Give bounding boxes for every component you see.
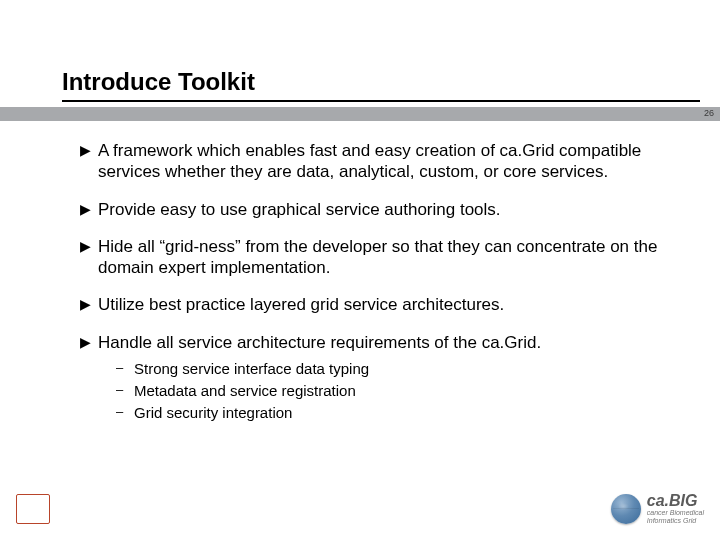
dash-bullet-icon: – <box>116 381 134 399</box>
footer-right: ca.BIG cancer Biomedical Informatics Gri… <box>611 493 704 524</box>
title-underline <box>62 100 700 102</box>
footer: ca.BIG cancer Biomedical Informatics Gri… <box>16 488 704 530</box>
triangle-bullet-icon: ▶ <box>80 236 98 256</box>
bullet-text: Hide all “grid-ness” from the developer … <box>98 236 680 279</box>
sub-bullet-item: – Grid security integration <box>116 403 680 423</box>
content-area: ▶ A framework which enables fast and eas… <box>80 140 680 426</box>
bullet-text: Utilize best practice layered grid servi… <box>98 294 680 315</box>
page-number: 26 <box>704 108 714 118</box>
bullet-text: Provide easy to use graphical service au… <box>98 199 680 220</box>
triangle-bullet-icon: ▶ <box>80 294 98 314</box>
sub-bullet-text: Strong service interface data typing <box>134 359 369 379</box>
sub-bullet-item: – Strong service interface data typing <box>116 359 680 379</box>
bullet-text: A framework which enables fast and easy … <box>98 140 680 183</box>
nci-logo-icon <box>16 494 50 524</box>
cabig-brand-sub: Informatics Grid <box>647 517 704 525</box>
triangle-bullet-icon: ▶ <box>80 332 98 352</box>
cabig-brand-sub: cancer Biomedical <box>647 509 704 517</box>
sub-bullet-item: – Metadata and service registration <box>116 381 680 401</box>
triangle-bullet-icon: ▶ <box>80 140 98 160</box>
dash-bullet-icon: – <box>116 359 134 377</box>
dash-bullet-icon: – <box>116 403 134 421</box>
triangle-bullet-icon: ▶ <box>80 199 98 219</box>
footer-left <box>16 494 50 524</box>
slide-title: Introduce Toolkit <box>62 68 700 98</box>
bullet-item: ▶ Utilize best practice layered grid ser… <box>80 294 680 315</box>
bullet-item: ▶ Handle all service architecture requir… <box>80 332 680 353</box>
separator-bar: 26 <box>0 107 720 121</box>
sub-bullet-text: Grid security integration <box>134 403 292 423</box>
sub-bullet-text: Metadata and service registration <box>134 381 356 401</box>
sub-list: – Strong service interface data typing –… <box>116 359 680 424</box>
globe-icon <box>611 494 641 524</box>
bullet-item: ▶ Hide all “grid-ness” from the develope… <box>80 236 680 279</box>
bullet-item: ▶ Provide easy to use graphical service … <box>80 199 680 220</box>
bullet-item: ▶ A framework which enables fast and eas… <box>80 140 680 183</box>
bullet-text: Handle all service architecture requirem… <box>98 332 680 353</box>
cabig-brand-main: ca.BIG <box>647 493 704 509</box>
cabig-brand: ca.BIG cancer Biomedical Informatics Gri… <box>647 493 704 524</box>
